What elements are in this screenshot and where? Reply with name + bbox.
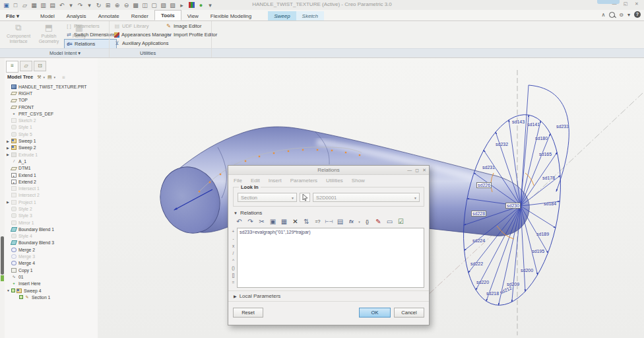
- close-icon[interactable]: ✕: [633, 1, 640, 7]
- redo-icon[interactable]: ↷: [245, 217, 256, 226]
- verify-icon[interactable]: =?: [312, 217, 323, 226]
- image-editor-button[interactable]: ✎Image Editor: [164, 22, 218, 30]
- tree-item-intersect-1[interactable]: Intersect 1: [7, 185, 97, 191]
- cut-icon[interactable]: ✂: [256, 217, 267, 226]
- sort-relations-icon[interactable]: ⇅: [301, 217, 312, 226]
- tree-item-style-3[interactable]: Style 3: [7, 213, 97, 219]
- tree-item-section-1[interactable]: Section 1: [7, 294, 97, 300]
- look-in-type-dropdown[interactable]: Section ▼: [238, 193, 297, 202]
- publish-geometry-button[interactable]: ⬒PublishGeometry: [34, 22, 63, 44]
- menu-insert[interactable]: Insert: [269, 178, 282, 184]
- import-profile-editor-button[interactable]: ↘Import Profile Editor: [164, 30, 218, 39]
- dialog-restore-icon[interactable]: ◻: [415, 166, 419, 174]
- tree-item-front[interactable]: FRONT: [7, 104, 97, 110]
- tree-item-style-2[interactable]: Style 2: [7, 205, 97, 212]
- dimension-label-sd143[interactable]: sd143: [512, 119, 525, 124]
- relations-dialog-titlebar[interactable]: Relations —◻✕: [228, 166, 429, 175]
- tab-flexible-modeling[interactable]: Flexible Modeling: [205, 11, 257, 20]
- menu-edit[interactable]: Edit: [251, 178, 260, 184]
- local-parameters-icon[interactable]: {}: [362, 217, 373, 226]
- menu-parameters[interactable]: Parameters: [290, 178, 317, 184]
- tab-annotate[interactable]: Annotate: [92, 11, 125, 20]
- chevron-right-icon[interactable]: ▶: [7, 200, 11, 204]
- dimension-label-sd230[interactable]: sd230: [505, 203, 521, 209]
- dimension-label-sd232[interactable]: sd232: [496, 142, 508, 147]
- tree-item-a-1[interactable]: A_1: [7, 158, 97, 164]
- dimension-label-sd231[interactable]: sd231: [482, 165, 495, 170]
- tree-item-sweep-1[interactable]: ▶Sweep 1: [7, 137, 97, 144]
- minimize-ribbon-icon[interactable]: ∧: [601, 12, 605, 18]
- tree-item-extend-2[interactable]: Extend 2: [7, 178, 97, 185]
- tab-sweep[interactable]: Sweep: [268, 11, 296, 20]
- dimension-label-sd184[interactable]: sd184: [544, 201, 556, 206]
- check-syntax-icon[interactable]: ☑: [395, 217, 406, 226]
- relations-dialog[interactable]: Relations —◻✕ FileEditInsertParametersUt…: [228, 165, 430, 325]
- tree-item-right[interactable]: RIGHT: [7, 90, 97, 96]
- component-interface-button[interactable]: ⧉ComponentInterface: [4, 22, 33, 44]
- dimension-label-sd228[interactable]: sd228: [471, 211, 486, 217]
- operator-[][interactable]: []: [232, 271, 235, 279]
- copy-icon[interactable]: ▣: [267, 217, 278, 226]
- dimension-label-sd226[interactable]: sd226: [476, 182, 492, 188]
- favorites-tab[interactable]: ⊡: [34, 61, 46, 71]
- tree-columns-caret-icon[interactable]: ▾: [54, 75, 56, 79]
- relations-section-header[interactable]: ▼ Relations: [234, 210, 429, 216]
- tree-item-boundary-blend-3[interactable]: Boundary Blend 3: [7, 240, 97, 246]
- tree-item-intersect-2[interactable]: Intersect 2: [7, 192, 97, 199]
- chevron-down-icon[interactable]: ▼: [7, 288, 11, 292]
- tab-file[interactable]: File ▾: [0, 11, 25, 20]
- tree-tools-icon[interactable]: ⚒: [37, 75, 41, 80]
- group-label-utilities[interactable]: Utilities: [140, 50, 193, 56]
- tree-item-insert-here[interactable]: Insert Here: [7, 281, 97, 287]
- dimension-label-sd222[interactable]: sd222: [470, 261, 483, 266]
- tree-item-style-5[interactable]: Style 5: [7, 131, 97, 137]
- tree-filter-icon[interactable]: ⧈: [62, 75, 65, 80]
- tab-model[interactable]: Model: [34, 11, 61, 20]
- operator-/[interactable]: /: [233, 250, 234, 257]
- units-icon[interactable]: ▤: [335, 217, 346, 226]
- tree-item-project-1[interactable]: ▶Project 1: [7, 199, 97, 205]
- operator-x[interactable]: x: [232, 242, 234, 250]
- tree-item-extrude-1[interactable]: ▶Extrude 1: [7, 151, 97, 158]
- tree-item-mirror-1[interactable]: Mirror 1: [7, 219, 97, 226]
- dialog-minimize-icon[interactable]: —: [407, 166, 412, 174]
- menu-utilities[interactable]: Utilities: [326, 178, 343, 184]
- menu-file[interactable]: File: [234, 178, 242, 184]
- model-tree-tab[interactable]: ≡: [6, 61, 18, 73]
- chevron-right-icon[interactable]: ▶: [7, 139, 11, 143]
- search-icon[interactable]: [609, 12, 615, 18]
- select-item-button[interactable]: [300, 193, 310, 202]
- paste-icon[interactable]: ▦: [278, 217, 290, 226]
- tree-item-merge-3[interactable]: Merge 3: [7, 253, 97, 259]
- tab-sketch[interactable]: Sketch: [296, 11, 324, 20]
- tab-view[interactable]: View: [181, 11, 205, 20]
- tree-item-prt-csys-def[interactable]: PRT_CSYS_DEF: [7, 110, 97, 117]
- ok-button[interactable]: OK: [359, 308, 391, 318]
- tree-item-merge-4[interactable]: Merge 4: [7, 260, 97, 267]
- tree-item-merge-2[interactable]: Merge 2: [7, 246, 97, 253]
- dimension-label-sd218[interactable]: sd218: [486, 291, 499, 296]
- tree-item-copy-1[interactable]: Copy 1: [7, 267, 97, 273]
- tree-item-sweep-4[interactable]: ▼Sweep 4: [7, 287, 97, 294]
- dimension-label-sd189[interactable]: sd189: [536, 232, 549, 236]
- chevron-right-icon[interactable]: ▶: [7, 152, 11, 156]
- undo-icon[interactable]: ↶: [234, 217, 245, 226]
- operator--[interactable]: -: [232, 235, 234, 242]
- chevron-right-icon[interactable]: ▶: [7, 146, 11, 150]
- auxiliary-applications-button[interactable]: ⊻Auxiliary Applications: [112, 39, 173, 48]
- minimize-icon[interactable]: —: [611, 1, 618, 7]
- session-caret-icon[interactable]: ▾: [628, 12, 630, 18]
- group-label-model-intent[interactable]: Model Intent ▾: [49, 50, 102, 56]
- menu-show[interactable]: Show: [352, 178, 365, 184]
- tree-item-sweep-2[interactable]: ▶Sweep 2: [7, 145, 97, 151]
- look-in-target-dropdown[interactable]: S2D0001 ▼: [313, 193, 420, 202]
- text-symbol-icon[interactable]: ▭: [384, 217, 395, 226]
- help-icon[interactable]: ?: [634, 11, 641, 18]
- dimension-label-sd200[interactable]: sd200: [521, 268, 533, 273]
- tree-item-style-1[interactable]: Style 1: [7, 124, 97, 131]
- tree-item-01[interactable]: 01: [7, 273, 97, 280]
- dimension-label-sd224[interactable]: sd224: [472, 238, 485, 243]
- tab-tools[interactable]: Tools: [154, 10, 181, 20]
- operator-+[interactable]: +: [232, 228, 235, 235]
- folder-browser-tab[interactable]: ▱: [20, 61, 32, 71]
